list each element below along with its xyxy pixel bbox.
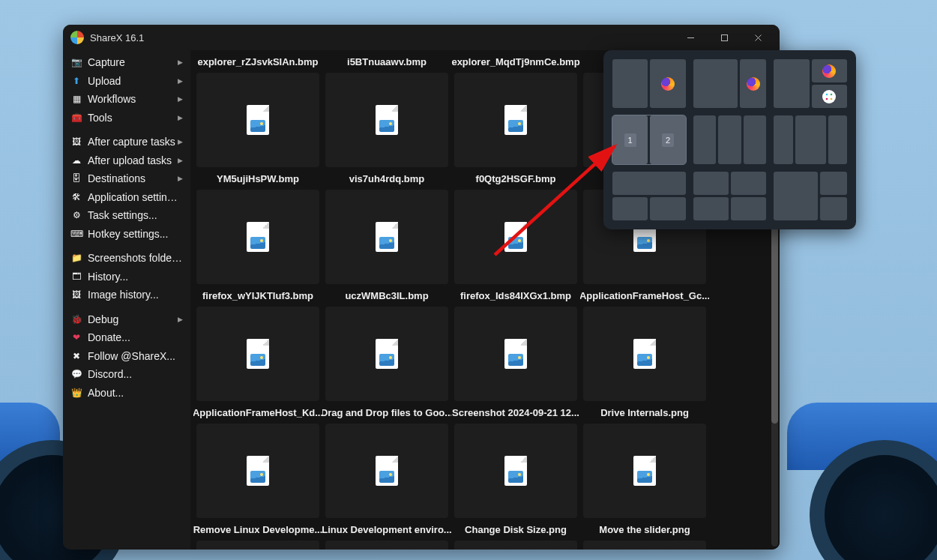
snap-cell[interactable] (693, 59, 738, 108)
thumbnail[interactable] (325, 73, 448, 167)
snap-layout-255025[interactable] (774, 115, 847, 164)
snap-layout-5050[interactable] (612, 59, 686, 108)
menu-donate[interactable]: ❤Donate... (63, 328, 190, 347)
menu-after-upload-tasks[interactable]: ☁After upload tasks▶ (63, 151, 190, 170)
snap-cell[interactable] (812, 59, 847, 82)
snap-cell[interactable] (744, 115, 767, 164)
history-item[interactable]: Drag and Drop files to Goo... (322, 401, 451, 518)
thumbnail[interactable] (196, 541, 319, 550)
thumbnail[interactable] (454, 424, 577, 518)
history-item[interactable]: Move the slider.png (580, 518, 709, 550)
thumbnail[interactable] (454, 307, 577, 401)
thumbnail[interactable] (196, 73, 319, 167)
menu-about[interactable]: 👑About... (63, 384, 190, 403)
file-name: Screenshot 2024-09-21 12... (451, 401, 580, 424)
history-item[interactable]: Remove Linux Developme... (193, 518, 322, 550)
snap-cell[interactable] (718, 115, 741, 164)
snap-cell[interactable] (693, 197, 729, 220)
menu-tools[interactable]: 🧰Tools▶ (63, 109, 190, 127)
snap-cell[interactable] (693, 115, 717, 164)
thumbnail[interactable] (325, 307, 448, 401)
menu-image-history[interactable]: 🖼Image history... (63, 286, 190, 304)
svg-point-2 (831, 93, 833, 95)
minimize-button[interactable] (674, 25, 708, 50)
snap-cell[interactable] (820, 172, 847, 195)
menu-workflows[interactable]: ▦Workflows▶ (63, 90, 190, 109)
snap-cell[interactable] (820, 197, 847, 220)
thumbnail[interactable] (325, 424, 448, 518)
history-item[interactable]: uczWMBc3IL.bmp (322, 284, 451, 401)
menu-task-settings[interactable]: ⚙Task settings... (63, 206, 190, 225)
file-name: ApplicationFrameHost_Kd... (193, 401, 322, 424)
menu-capture[interactable]: 📷Capture▶ (63, 53, 190, 72)
gear-icon: ⚙ (70, 210, 82, 220)
snap-layout-stack-left[interactable] (774, 172, 847, 220)
menu-screenshots-folder[interactable]: 📁Screenshots folder... (63, 249, 190, 268)
history-item[interactable]: firefox_Ids84IXGx1.bmp (451, 284, 580, 401)
snap-cell[interactable] (731, 172, 766, 195)
history-item[interactable]: vis7uh4rdq.bmp (322, 167, 451, 284)
history-item[interactable]: Change Disk Size.png (451, 518, 580, 550)
snap-layout-2x2[interactable] (693, 172, 767, 220)
snap-layout-7030[interactable] (693, 59, 767, 108)
thumbnail[interactable] (196, 424, 319, 518)
image-file-icon (504, 105, 527, 135)
thumbnail[interactable] (196, 190, 319, 284)
maximize-button[interactable] (708, 25, 741, 50)
history-item[interactable]: ApplicationFrameHost_Kd... (193, 401, 322, 518)
history-item[interactable]: Linux Development enviro... (322, 518, 451, 550)
history-item[interactable]: i5BTnuaawv.bmp (322, 50, 451, 167)
history-item[interactable]: ApplicationFrameHost_Gc... (580, 284, 709, 401)
snap-layout-thirds[interactable] (693, 115, 767, 164)
snap-layout-1-2stack[interactable] (774, 59, 847, 108)
snap-cell[interactable] (828, 115, 847, 164)
snap-cell[interactable] (650, 197, 685, 220)
thumbnail[interactable] (583, 541, 706, 550)
snap-cell[interactable] (650, 59, 685, 108)
thumbnail[interactable] (583, 424, 706, 518)
snap-cell[interactable]: 2 (650, 115, 685, 164)
history-item[interactable]: explorer_rZJsvkSIAn.bmp (193, 50, 322, 167)
thumbnail[interactable] (325, 190, 448, 284)
menu-history[interactable]: 🗔History... (63, 268, 190, 286)
menu-debug[interactable]: 🐞Debug▶ (63, 310, 190, 329)
close-button[interactable] (741, 25, 775, 50)
snap-layouts-flyout[interactable]: 1 2 (603, 50, 856, 229)
snap-cell[interactable] (774, 59, 809, 108)
image-file-icon (633, 456, 656, 486)
snap-cell[interactable] (612, 59, 648, 108)
snap-cell[interactable] (740, 59, 766, 108)
thumbnail[interactable] (454, 541, 577, 550)
thumbnail[interactable] (583, 307, 706, 401)
menu-discord[interactable]: 💬Discord... (63, 365, 190, 384)
thumbnail[interactable] (325, 541, 448, 550)
menu-after-capture-tasks[interactable]: 🖼After capture tasks▶ (63, 133, 190, 151)
menu-destinations[interactable]: 🗄Destinations▶ (63, 169, 190, 188)
menu-application-settings[interactable]: 🛠Application settings... (63, 188, 190, 207)
image-file-icon (504, 456, 527, 486)
menu-label: About... (88, 387, 183, 399)
chevron-right-icon: ▶ (178, 157, 183, 164)
menu-upload[interactable]: ⬆Upload▶ (63, 72, 190, 91)
snap-cell[interactable] (795, 115, 826, 164)
menu-follow-sharex[interactable]: ✖Follow @ShareX... (63, 347, 190, 366)
history-item[interactable]: Drive Internals.png (580, 401, 709, 518)
file-name: explorer_rZJsvkSIAn.bmp (193, 50, 322, 73)
chevron-right-icon: ▶ (178, 138, 183, 145)
history-item[interactable]: firefox_wYIJKTIuf3.bmp (193, 284, 322, 401)
snap-cell[interactable] (812, 85, 847, 108)
snap-cell[interactable] (731, 197, 766, 220)
snap-cell[interactable] (693, 172, 729, 195)
svg-point-1 (826, 93, 828, 95)
snap-cell[interactable] (774, 172, 817, 220)
window-title: ShareX 16.1 (90, 32, 674, 43)
file-name: explorer_MqdTj9nmCe.bmp (451, 50, 580, 73)
history-item[interactable]: Screenshot 2024-09-21 12... (451, 401, 580, 518)
image-file-icon (376, 456, 398, 486)
menu-hotkey-settings[interactable]: ⌨Hotkey settings... (63, 225, 190, 244)
history-item[interactable]: YM5ujiHsPW.bmp (193, 167, 322, 284)
thumbnail[interactable] (196, 307, 319, 401)
title-bar[interactable]: ShareX 16.1 (63, 25, 780, 50)
file-name: i5BTnuaawv.bmp (322, 50, 451, 73)
snap-cell[interactable] (774, 115, 792, 164)
